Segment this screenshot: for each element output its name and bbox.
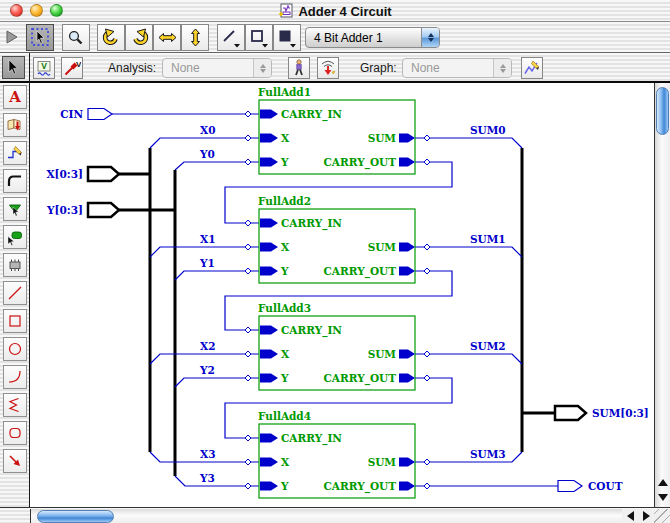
draw-wire-icon bbox=[6, 144, 24, 162]
port-CIN[interactable] bbox=[88, 109, 112, 120]
simulation-toolbar: V V Analysis: None bbox=[0, 53, 670, 83]
walk-person-button[interactable] bbox=[288, 57, 310, 79]
pin-arrow-icon bbox=[260, 374, 278, 383]
selection-tool-icon bbox=[31, 28, 50, 47]
outline-style-button[interactable] bbox=[245, 24, 273, 51]
scroll-up-icon[interactable] bbox=[658, 479, 668, 486]
pin-arrow-icon bbox=[399, 134, 415, 143]
wire-label-X0: X0 bbox=[200, 124, 215, 136]
wire-label-Y1: Y1 bbox=[199, 257, 215, 269]
horizontal-scrollbar-thumb[interactable] bbox=[37, 510, 114, 523]
port-label: CIN bbox=[60, 108, 83, 120]
pin-arrow-icon bbox=[260, 219, 278, 228]
pin-arrow-icon bbox=[260, 134, 278, 143]
rotate-right-button[interactable] bbox=[125, 24, 153, 51]
zoom-tool-button[interactable] bbox=[62, 24, 90, 51]
run-icon[interactable] bbox=[5, 30, 19, 44]
analysis-selector-value: None bbox=[163, 61, 253, 75]
graph-selector[interactable]: None bbox=[402, 58, 512, 78]
device-tool-icon bbox=[6, 256, 24, 274]
pin-label: X bbox=[281, 348, 290, 360]
wire-SUM0[interactable] bbox=[415, 138, 522, 148]
pin-label: Y bbox=[280, 156, 289, 168]
junction-diamond bbox=[424, 244, 430, 250]
wire-X0[interactable] bbox=[150, 138, 259, 148]
voltage-marker-button[interactable]: V bbox=[33, 57, 55, 79]
circuit-selector[interactable]: 4 Bit Adder 1 bbox=[305, 27, 440, 48]
port-COUT[interactable] bbox=[558, 481, 582, 492]
scroll-right-icon[interactable] bbox=[643, 511, 650, 521]
port-X[0:3][interactable] bbox=[88, 167, 119, 181]
selection-tool-button[interactable] bbox=[26, 24, 54, 51]
flip-horizontal-button[interactable] bbox=[153, 24, 181, 51]
device-tool-button[interactable] bbox=[3, 253, 27, 277]
document-icon bbox=[278, 3, 294, 19]
cursor-tool-button[interactable] bbox=[2, 56, 25, 79]
junction-diamond bbox=[245, 327, 251, 333]
wire-SUM3[interactable] bbox=[415, 452, 522, 462]
scroll-down-icon[interactable] bbox=[658, 494, 668, 501]
horizontal-scrollbar[interactable] bbox=[30, 509, 622, 523]
pin-label: Y bbox=[280, 480, 289, 492]
polygon-tool-button[interactable] bbox=[3, 393, 27, 417]
pin-arrow-icon bbox=[260, 326, 278, 335]
port-Y[0:3][interactable] bbox=[88, 203, 119, 217]
scroll-left-icon[interactable] bbox=[627, 511, 634, 521]
walk-person-icon bbox=[291, 59, 307, 77]
popup-stepper-icon bbox=[493, 59, 511, 77]
resize-grip[interactable] bbox=[654, 509, 670, 523]
draw-bus-button[interactable] bbox=[3, 169, 27, 193]
title-bar[interactable]: Adder 4 Circuit bbox=[0, 0, 670, 22]
pointer-arrow-tool-icon bbox=[6, 452, 24, 470]
ellipse-tool-button[interactable] bbox=[3, 337, 27, 361]
analysis-selector[interactable]: None bbox=[162, 58, 272, 78]
port-SUM[0:3][interactable] bbox=[555, 406, 586, 420]
wire-X2[interactable] bbox=[150, 354, 259, 364]
junction-diamond bbox=[245, 135, 251, 141]
wire-SUM2[interactable] bbox=[415, 354, 522, 364]
rotate-left-button[interactable] bbox=[97, 24, 125, 51]
line-style-button[interactable] bbox=[217, 24, 245, 51]
graph-selector-value: None bbox=[403, 61, 493, 75]
draw-bus-icon bbox=[6, 172, 24, 190]
flip-vertical-button[interactable] bbox=[181, 24, 209, 51]
vertical-scrollbar[interactable] bbox=[654, 83, 670, 507]
text-tool-button[interactable]: A bbox=[3, 85, 27, 109]
ellipse-tool-icon bbox=[6, 340, 24, 358]
signal-inject-button[interactable] bbox=[317, 57, 339, 79]
pin-arrow-icon bbox=[399, 267, 415, 276]
zoom-tool-icon bbox=[67, 29, 85, 47]
part-library-button[interactable] bbox=[3, 113, 27, 137]
rounded-rect-tool-button[interactable] bbox=[3, 421, 27, 445]
port-label: X[0:3] bbox=[46, 168, 83, 180]
graph-edit-button[interactable] bbox=[521, 57, 543, 79]
pointer-arrow-tool-button[interactable] bbox=[3, 449, 27, 473]
wire-label-SUM0: SUM0 bbox=[470, 124, 506, 136]
draw-wire-button[interactable] bbox=[3, 141, 27, 165]
part-library-icon bbox=[6, 116, 24, 134]
wire-X1[interactable] bbox=[150, 247, 259, 257]
junction-diamond bbox=[245, 111, 251, 117]
vertical-scrollbar-thumb[interactable] bbox=[656, 87, 669, 135]
line-tool-button[interactable] bbox=[3, 281, 27, 305]
label-marker-button[interactable] bbox=[3, 225, 27, 249]
fill-style-button[interactable] bbox=[273, 24, 301, 51]
junction-diamond bbox=[245, 459, 251, 465]
wire-label-Y0: Y0 bbox=[199, 148, 215, 160]
block-title: FullAdd4 bbox=[258, 410, 311, 422]
probe-v-button[interactable]: V bbox=[61, 57, 83, 79]
pin-label: X bbox=[281, 132, 290, 144]
schematic-canvas[interactable]: X0Y0X1Y1X2Y2X3Y3SUM0SUM1SUM2SUM3FullAdd1… bbox=[30, 83, 654, 507]
wire-SUM1[interactable] bbox=[415, 247, 522, 257]
wire-label-SUM3: SUM3 bbox=[470, 448, 506, 460]
junction-diamond bbox=[424, 483, 430, 489]
probe-tool-button[interactable] bbox=[3, 197, 27, 221]
arc-tool-button[interactable] bbox=[3, 365, 27, 389]
text-tool-icon: A bbox=[6, 88, 24, 106]
pin-arrow-icon bbox=[260, 110, 278, 119]
graph-label: Graph: bbox=[360, 61, 397, 75]
junction-diamond bbox=[424, 459, 430, 465]
pin-arrow-icon bbox=[399, 458, 415, 467]
rectangle-tool-button[interactable] bbox=[3, 309, 27, 333]
label-marker-icon bbox=[6, 228, 24, 246]
